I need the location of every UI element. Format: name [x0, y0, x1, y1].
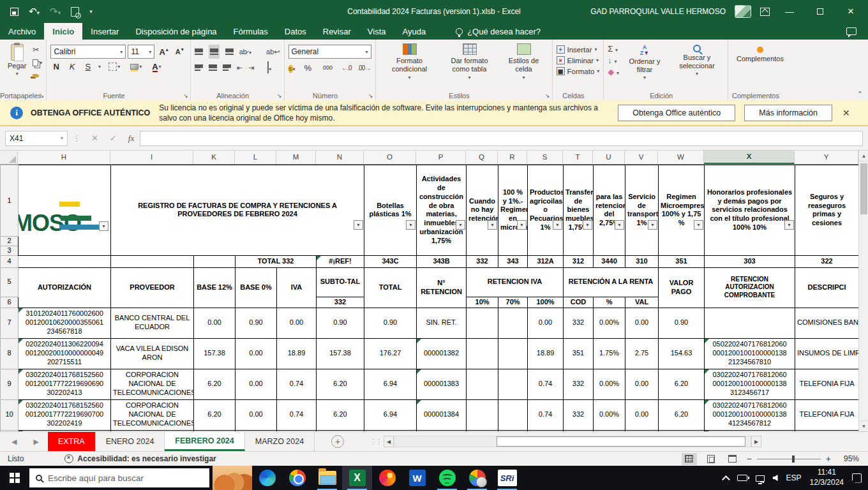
cell-O5-total[interactable]: TOTAL	[364, 267, 417, 308]
font-name-select[interactable]: Calibri▾	[50, 45, 126, 59]
avatar[interactable]	[735, 5, 751, 18]
cell-H1-logo[interactable]: MOSO ▼	[19, 165, 111, 256]
cell-Y9[interactable]: TELEFONIA FIJA	[795, 369, 859, 399]
cell-Y5-descripcion[interactable]: DESCRIPCI	[795, 267, 859, 308]
taskbar-firefox[interactable]	[372, 466, 402, 490]
row-header-5[interactable]: 5	[1, 267, 19, 297]
taskbar-sri[interactable]: SRi	[492, 466, 522, 490]
cell-X9[interactable]: 0302202407176812060 0001200100100000138 …	[705, 369, 795, 399]
column-header-I[interactable]: I	[110, 151, 193, 164]
cell-Y4[interactable]: 322	[795, 255, 859, 267]
cell-V9[interactable]: 0.00	[625, 369, 659, 399]
cell-S1[interactable]: Productos agricoilas o Pecuarios 1%▼	[528, 165, 564, 256]
cell-W9[interactable]: 6.20	[659, 369, 705, 399]
cell-R9[interactable]	[498, 369, 528, 399]
filter-dropdown-icon[interactable]: ▼	[456, 220, 465, 230]
zoom-slider-thumb[interactable]	[792, 456, 795, 463]
number-dialog-launcher[interactable]: ↘	[368, 93, 373, 99]
cell-R7[interactable]	[498, 308, 528, 338]
dismiss-warning-icon[interactable]: ✕	[842, 108, 850, 118]
column-header-W[interactable]: W	[658, 151, 704, 164]
decrease-indent-icon[interactable]: ⇤	[237, 64, 243, 72]
formula-input[interactable]	[140, 131, 863, 146]
cell-Y8[interactable]: INSUMOS DE LIMPIEZA	[795, 338, 859, 369]
cell-T5-retencion-renta[interactable]: RETENCIÓN A LA RENTA	[564, 267, 659, 297]
delete-cells-button[interactable]: ×Eliminar▾	[557, 56, 600, 64]
column-header-Q[interactable]: Q	[466, 151, 498, 164]
column-header-V[interactable]: V	[625, 151, 658, 164]
scroll-down-icon[interactable]: ▼	[859, 420, 868, 431]
cell-X8[interactable]: 0502202407176812060 0001200100100000138 …	[705, 338, 795, 369]
cell-K5-base12[interactable]: BASE 12%	[194, 267, 236, 308]
tab-archivo[interactable]: Archivo	[0, 23, 44, 40]
zoom-in-icon[interactable]: +	[826, 454, 831, 464]
column-header-O[interactable]: O	[364, 151, 416, 164]
autosum-icon[interactable]: Σ ▾	[608, 44, 619, 54]
underline-button[interactable]: S	[82, 62, 93, 71]
cell-V10[interactable]: 0.00	[625, 399, 659, 430]
cell-L10[interactable]: 0.00	[236, 399, 277, 430]
cell-K7[interactable]: 0.00	[194, 308, 236, 338]
cell-M9[interactable]: 0.74	[277, 369, 317, 399]
taskbar-word[interactable]: W	[402, 466, 432, 490]
volume-icon[interactable]	[773, 475, 778, 481]
cell-H5-autorizacion[interactable]: AUTORIZACIÓN	[19, 267, 111, 308]
cell-title[interactable]: REGISTRO DE FACTURAS DE COMPRA Y RETENCI…	[111, 165, 364, 256]
cell-H7[interactable]: 31012024011760002600 0012001062000035506…	[19, 308, 111, 338]
cell-U9[interactable]: 0.00%	[594, 369, 625, 399]
tab-disposicion[interactable]: Disposición de página	[127, 23, 225, 40]
taskbar-spotify[interactable]	[432, 466, 462, 490]
sheet-tab-enero[interactable]: ENERO 2024	[96, 432, 165, 451]
cell-Q9[interactable]	[467, 369, 498, 399]
print-preview-icon[interactable]	[71, 7, 79, 17]
cell-W7[interactable]: 0.90	[659, 308, 705, 338]
align-right-icon[interactable]	[223, 64, 231, 71]
news-widget-image[interactable]	[213, 466, 252, 490]
row-header-2[interactable]: 2	[1, 237, 19, 246]
prev-sheet-icon[interactable]: ◀	[11, 438, 17, 446]
accounting-format-icon[interactable]: $▾	[288, 62, 296, 73]
filter-dropdown-icon[interactable]: ▼	[615, 220, 624, 230]
hscroll-left-icon[interactable]: ◀	[384, 436, 394, 447]
page-break-view-icon[interactable]	[725, 453, 740, 465]
cell-S4[interactable]: 312A	[528, 255, 564, 267]
cell-T10[interactable]: 332	[564, 399, 594, 430]
taskbar-excel-active[interactable]: X	[342, 466, 372, 490]
number-format-select[interactable]: General▾	[288, 45, 371, 59]
close-button[interactable]: ×	[840, 5, 862, 18]
conditional-formatting-button[interactable]: Formato condicional▾	[380, 43, 440, 81]
cell-M10[interactable]: 0.74	[277, 399, 317, 430]
sheet-tab-febrero-active[interactable]: FEBRERO 2024	[165, 432, 244, 451]
cell-X4[interactable]: 303	[705, 255, 795, 267]
cell-S8[interactable]: 18.89	[528, 338, 564, 369]
format-cells-button[interactable]: ▦Formato▾	[557, 67, 600, 75]
accessibility-status[interactable]: Accesibilidad: es necesario investigar	[64, 454, 216, 463]
filter-dropdown-icon[interactable]: ▼	[583, 220, 592, 230]
cell-V1[interactable]: Servicio de transporte 1%▼	[625, 165, 659, 256]
insert-cells-button[interactable]: +Insertar▾	[557, 45, 600, 54]
cell-H9[interactable]: 03022024011768152560 0012001777221969069…	[19, 369, 111, 399]
cell-T8[interactable]: 351	[564, 338, 594, 369]
font-color-icon[interactable]: A▾	[149, 63, 163, 71]
sort-filter-button[interactable]: AZ▼ Ordenar y filtrar▾	[622, 44, 668, 81]
taskbar-edge[interactable]	[252, 466, 282, 490]
decrease-font-icon[interactable]: A▾	[173, 48, 186, 56]
cell-S6[interactable]: 100%	[528, 297, 564, 308]
cell-I7[interactable]: BANCO CENTRAL DEL ECUADOR	[111, 308, 194, 338]
cell-N6[interactable]: 332	[317, 297, 364, 308]
cell-L7[interactable]: 0.90	[236, 308, 277, 338]
column-header-X-selected[interactable]: X	[704, 151, 795, 164]
cell-R8[interactable]	[498, 338, 528, 369]
align-bottom-icon[interactable]	[225, 48, 234, 55]
row-header-6[interactable]: 6	[1, 297, 19, 308]
cell-T6[interactable]: COD	[564, 297, 594, 308]
cell-U4[interactable]: 3440	[594, 255, 625, 267]
cell-K4[interactable]	[194, 255, 236, 267]
cell-M8[interactable]: 18.89	[277, 338, 317, 369]
percent-style-icon[interactable]: %	[302, 63, 315, 73]
comments-icon[interactable]	[846, 27, 857, 35]
column-header-T[interactable]: T	[563, 151, 593, 164]
format-as-table-button[interactable]: Dar formato como tabla▾	[440, 43, 500, 81]
start-button[interactable]	[0, 466, 29, 490]
cell-W1[interactable]: Regimen Microempresarial: 100% y 1,75 %▼	[659, 165, 705, 256]
